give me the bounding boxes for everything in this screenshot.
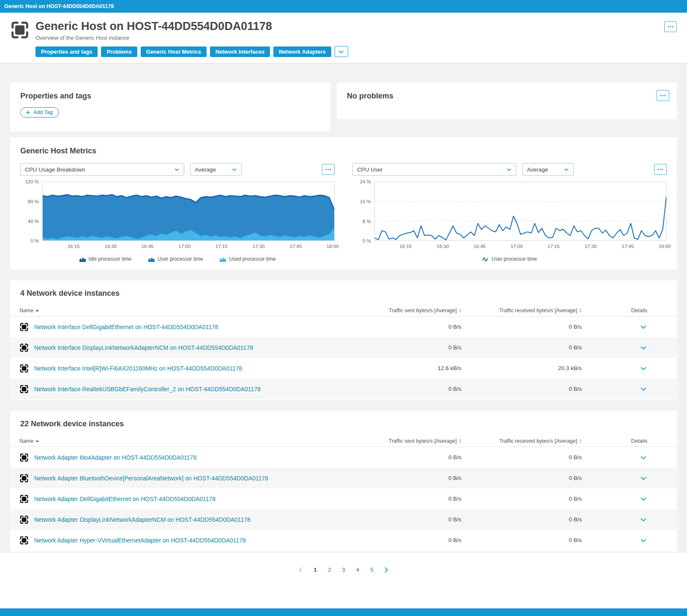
header-more-button[interactable] [664, 21, 677, 32]
area-series-icon [148, 256, 155, 262]
table-row: Network Interface Intel[R]Wi-Fi6AX201160… [10, 358, 677, 379]
sort-ascending-icon [35, 309, 39, 311]
chevron-down-icon [564, 167, 569, 172]
cpu-user-chart-plot[interactable] [374, 182, 667, 241]
table-row: Network Interface RealtekUSBGbEFamilyCon… [10, 379, 677, 399]
chart-more-button[interactable] [654, 164, 667, 175]
device-link[interactable]: Network Adapter 6to4Adapter on HOST-44DD… [34, 454, 196, 461]
tab-button[interactable]: Problems [101, 46, 137, 57]
traffic-received-value: 0 B/s [461, 475, 582, 481]
legend-item[interactable]: Idle processor time [79, 256, 131, 262]
aggregation-dropdown[interactable]: Average [522, 163, 574, 176]
more-tabs-button[interactable] [335, 46, 348, 57]
host-icon [19, 322, 29, 332]
sort-by-sent-header[interactable]: Traffic sent bytes/s [Average] [389, 308, 461, 313]
chart-legend: Idle processor time User processor time [20, 256, 335, 262]
device-link[interactable]: Network Interface DellGigabitEthernet on… [34, 324, 218, 330]
table-row: Network Adapter BluetoothDevice[Personal… [10, 468, 677, 488]
traffic-received-value: 0 B/s [461, 454, 582, 461]
expand-row-chevron-icon[interactable] [640, 454, 647, 461]
ellipsis-icon [666, 22, 675, 31]
host-icon [19, 536, 29, 545]
pagination-page[interactable]: 4 [354, 566, 362, 574]
expand-row-chevron-icon[interactable] [640, 365, 647, 372]
ellipsis-icon [659, 91, 667, 100]
breadcrumb[interactable]: Generic Host on HOST-44DD554D0DA01178 [4, 3, 114, 9]
host-icon [19, 474, 29, 483]
network-interfaces-card: 4 Network device instances Name Traffic … [10, 281, 677, 400]
host-icon [10, 20, 30, 40]
device-link[interactable]: Network Interface DisplayLinkNetworkAdap… [34, 344, 253, 351]
cpu-usage-chart-plot[interactable] [42, 182, 335, 241]
table-header-row: Name Traffic sent bytes/s [Average] Traf… [10, 435, 677, 447]
pagination-next-icon[interactable] [382, 566, 390, 574]
device-link[interactable]: Network Adapter DisplayLinkNetworkAdapte… [34, 516, 251, 523]
sort-by-name-header[interactable]: Name [19, 438, 39, 444]
tab-button[interactable]: Network Interfaces [210, 46, 270, 57]
table-row: Network Adapter DisplayLinkNetworkAdapte… [10, 509, 677, 530]
view-tabs: Properties and tags Problems Generic Hos… [35, 46, 677, 57]
traffic-sent-value: 0 B/s [341, 386, 461, 392]
host-icon [19, 453, 29, 462]
top-bar: Generic Host on HOST-44DD554D0DA01178 [0, 0, 687, 13]
sort-by-sent-header[interactable]: Traffic sent bytes/s [Average] [389, 438, 461, 444]
page-title: Generic Host on HOST-44DD554D0DA01178 [35, 19, 272, 33]
expand-row-chevron-icon[interactable] [640, 474, 647, 482]
y-axis-labels: 24 %16 %8 %0 % [352, 179, 374, 244]
sort-by-name-header[interactable]: Name [19, 308, 39, 313]
tab-button[interactable]: Generic Host Metrics [141, 46, 207, 57]
footer: 1 2 3 4 5 [0, 553, 687, 608]
traffic-received-value: 0 B/s [461, 344, 582, 351]
pagination: 1 2 3 4 5 [0, 566, 687, 574]
aggregation-dropdown[interactable]: Average [190, 163, 242, 176]
device-link[interactable]: Network Interface Intel[R]Wi-Fi6AX201160… [34, 365, 242, 372]
details-header: Details [582, 308, 677, 313]
interfaces-table-body: Network Interface DellGigabitEthernet on… [10, 316, 677, 399]
metric-selector-dropdown[interactable]: CPU User [352, 163, 516, 176]
device-link[interactable]: Network Adapter Hyper-VVirtualEthernetAd… [34, 537, 246, 544]
expand-row-chevron-icon[interactable] [640, 323, 647, 331]
add-tag-button[interactable]: Add Tag [20, 107, 59, 117]
pagination-page[interactable]: 1 [311, 566, 319, 574]
bottom-bar [0, 608, 687, 616]
device-link[interactable]: Network Adapter BluetoothDevice[Personal… [34, 475, 268, 482]
legend-item[interactable]: User processor time [482, 256, 537, 262]
ellipsis-icon [656, 165, 665, 174]
traffic-received-value: 0 B/s [461, 516, 582, 523]
properties-card-title: Properties and tags [20, 92, 320, 101]
legend-item[interactable]: User processor time [148, 256, 203, 262]
metric-selector-dropdown[interactable]: CPU Usage Breakdown [20, 163, 184, 176]
tab-button[interactable]: Network Adapters [273, 46, 331, 57]
sort-by-received-header[interactable]: Traffic received bytes/s [Average] [499, 438, 582, 444]
chevron-down-icon [506, 167, 512, 172]
sort-by-received-header[interactable]: Traffic received bytes/s [Average] [499, 308, 582, 313]
tab-button[interactable]: Properties and tags [35, 46, 98, 57]
pagination-page[interactable]: 2 [326, 566, 333, 574]
page-header: Generic Host on HOST-44DD554D0DA01178 Ov… [0, 13, 687, 63]
problems-more-button[interactable] [657, 90, 669, 101]
pagination-page[interactable]: 5 [368, 566, 376, 574]
expand-row-chevron-icon[interactable] [640, 385, 647, 393]
expand-row-chevron-icon[interactable] [640, 344, 647, 352]
expand-row-chevron-icon[interactable] [640, 495, 647, 503]
traffic-received-value: 0 B/s [461, 386, 582, 392]
page-body: Properties and tags Add Tag No problems … [0, 63, 687, 553]
expand-row-chevron-icon[interactable] [640, 537, 647, 544]
problems-card: No problems [337, 82, 677, 119]
legend-item[interactable]: Used processor time [220, 256, 275, 262]
chevron-down-icon [338, 49, 344, 55]
line-series-icon [482, 256, 488, 262]
traffic-sent-value: 0 B/s [341, 344, 461, 351]
device-link[interactable]: Network Interface RealtekUSBGbEFamilyCon… [34, 386, 261, 392]
table-row: Network Interface DisplayLinkNetworkAdap… [10, 337, 677, 358]
chart-more-button[interactable] [322, 164, 335, 175]
pagination-prev-icon[interactable] [297, 566, 305, 574]
device-link[interactable]: Network Adapter DellGigabitEthernet on H… [34, 496, 215, 502]
expand-row-chevron-icon[interactable] [640, 516, 647, 523]
host-icon [19, 494, 29, 504]
details-header: Details [582, 438, 677, 444]
adapters-table-title: 22 Network device instances [20, 420, 677, 435]
traffic-sent-value: 0 B/s [341, 537, 461, 543]
network-adapters-card: 22 Network device instances Name Traffic… [10, 411, 677, 551]
pagination-page[interactable]: 3 [340, 566, 347, 574]
